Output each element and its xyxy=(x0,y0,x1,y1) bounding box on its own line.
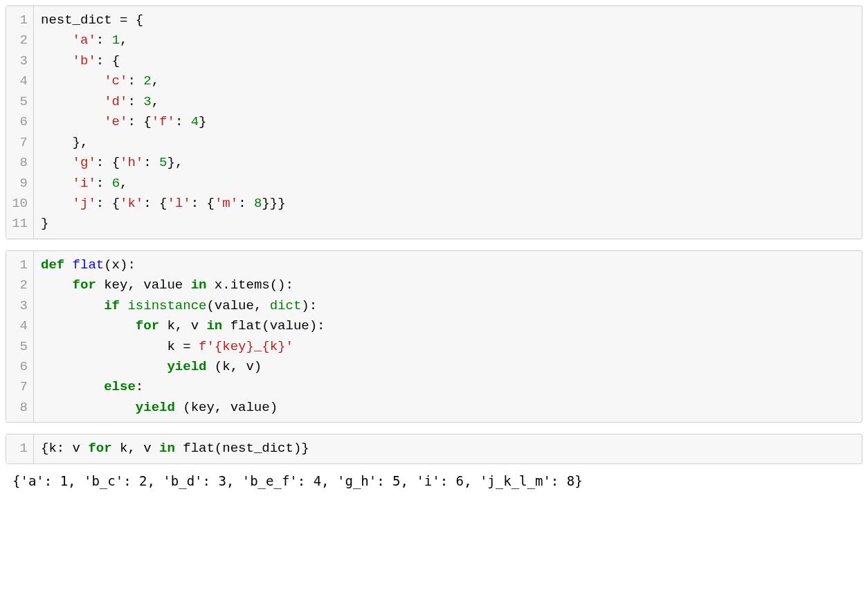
code-token: 'b' xyxy=(73,53,96,68)
code-token: 4 xyxy=(191,114,199,129)
code-token: : xyxy=(96,33,112,48)
code-cell: 1{k: v for k, v in flat(nest_dict)} xyxy=(6,434,862,463)
code-token: 'm' xyxy=(215,196,238,211)
code-token xyxy=(41,114,104,129)
code-token: : xyxy=(175,114,191,129)
code-token: 'l' xyxy=(167,196,190,211)
code-token xyxy=(41,277,73,293)
code-line: }, xyxy=(41,133,286,153)
code-token: : xyxy=(238,196,254,211)
code-token: }}} xyxy=(262,196,285,211)
code-token: }, xyxy=(167,155,183,170)
code-token: : xyxy=(96,176,112,191)
code-token: 3 xyxy=(143,94,151,109)
code-line: 'b': { xyxy=(41,51,286,71)
code-token: (key, value) xyxy=(183,400,278,415)
code-token: : xyxy=(127,94,143,109)
code-cell: 1234567891011nest_dict = { 'a': 1, 'b': … xyxy=(6,6,862,239)
code-token: , xyxy=(152,94,159,109)
code-line: nest_dict = { xyxy=(41,10,286,30)
code-token xyxy=(191,339,199,354)
code-line: 'd': 3, xyxy=(41,92,286,112)
code-token: : { xyxy=(96,155,120,170)
code-token: ): xyxy=(301,298,317,313)
code-line: 'e': {'f': 4} xyxy=(41,112,286,132)
code-token xyxy=(41,176,73,191)
code-token: } xyxy=(41,216,48,231)
code-line: for key, value in x.items(): xyxy=(41,275,325,295)
code-token: (x): xyxy=(104,257,136,273)
code-token: 'k' xyxy=(120,196,143,211)
code-token: flat(value): xyxy=(230,318,325,333)
code-line: {k: v for k, v in flat(nest_dict)} xyxy=(41,439,309,459)
code-token: key, value xyxy=(104,277,190,293)
code-line: yield (key, value) xyxy=(41,398,325,418)
code-token: : { xyxy=(143,196,167,211)
code-content: def flat(x): for key, value in x.items()… xyxy=(34,251,332,423)
code-token: ' xyxy=(286,339,293,354)
code-token: def xyxy=(41,257,73,273)
code-token: (k, v) xyxy=(215,359,262,374)
line-number-gutter: 12345678 xyxy=(6,251,34,423)
code-token: flat xyxy=(73,257,105,273)
code-token: 'c' xyxy=(104,73,127,89)
code-token: = xyxy=(120,12,127,28)
code-token: 8 xyxy=(254,196,262,211)
code-token: 'j' xyxy=(73,196,96,211)
code-token xyxy=(41,359,167,374)
code-content: nest_dict = { 'a': 1, 'b': { 'c': 2, 'd'… xyxy=(34,6,293,239)
code-line: 'c': 2, xyxy=(41,71,286,91)
code-token: 'g' xyxy=(73,155,96,170)
code-token: {key} xyxy=(215,339,254,354)
code-token: k, v xyxy=(167,318,206,333)
code-token xyxy=(41,33,73,48)
line-number-gutter: 1234567891011 xyxy=(6,6,34,239)
code-token: 5 xyxy=(159,155,167,170)
code-line: 'a': 1, xyxy=(41,30,286,50)
code-token: 'h' xyxy=(120,155,143,170)
code-token: = xyxy=(183,339,190,354)
code-token xyxy=(41,94,104,109)
code-token: 2 xyxy=(143,73,151,89)
code-token: 'i' xyxy=(73,176,96,191)
code-token xyxy=(41,298,104,313)
code-token: dict xyxy=(270,298,302,313)
code-token: k xyxy=(41,339,183,354)
code-token: , xyxy=(152,73,159,89)
code-token: else xyxy=(104,379,136,394)
code-token: , xyxy=(120,33,127,48)
code-line: k = f'{key}_{k}' xyxy=(41,337,325,357)
code-content: {k: v for k, v in flat(nest_dict)} xyxy=(34,434,316,463)
code-token: : { xyxy=(96,53,120,68)
code-token: for xyxy=(88,441,120,456)
code-line: 'i': 6, xyxy=(41,174,286,194)
code-token: {k: v xyxy=(41,441,88,456)
code-token: : { xyxy=(96,196,120,211)
code-token: : { xyxy=(191,196,215,211)
code-cell: 12345678def flat(x): for key, value in x… xyxy=(6,250,862,423)
output-text: {'a': 1, 'b_c': 2, 'b_d': 3, 'b_e_f': 4,… xyxy=(6,471,862,498)
code-token: flat(nest_dict)} xyxy=(183,441,309,456)
code-token: k, v xyxy=(120,441,159,456)
code-token: 'f' xyxy=(152,114,175,129)
code-token: x xyxy=(215,277,222,293)
code-token: f' xyxy=(199,339,215,354)
code-line: 'g': {'h': 5}, xyxy=(41,153,286,173)
code-token: 1 xyxy=(112,33,120,48)
code-token xyxy=(41,318,136,333)
code-token: _ xyxy=(254,339,262,354)
code-token: . xyxy=(222,277,230,293)
code-token: yield xyxy=(167,359,214,374)
code-token: yield xyxy=(136,400,183,415)
code-token: for xyxy=(136,318,168,333)
code-token xyxy=(41,53,73,68)
code-token: }, xyxy=(41,135,88,150)
code-token xyxy=(41,379,104,394)
code-token: } xyxy=(199,114,206,129)
code-token: , xyxy=(120,176,127,191)
code-token xyxy=(41,196,73,211)
code-token: { xyxy=(127,12,143,28)
code-token: isinstance xyxy=(127,298,206,313)
code-token: if xyxy=(104,298,127,313)
code-token: nest_dict xyxy=(41,12,120,28)
